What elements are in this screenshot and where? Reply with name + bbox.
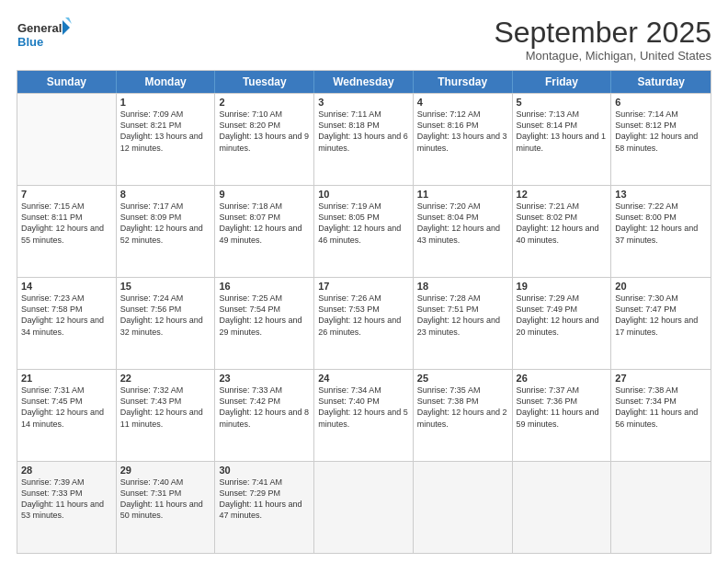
cell-info-line: Sunset: 7:42 PM: [219, 396, 310, 407]
cell-info-line: Sunrise: 7:35 AM: [417, 385, 508, 396]
day-number: 24: [318, 373, 409, 384]
cell-info-line: Sunrise: 7:14 AM: [615, 109, 707, 120]
cell-info-line: Daylight: 12 hours and 58 minutes.: [615, 131, 707, 153]
cell-info-line: Daylight: 12 hours and 11 minutes.: [120, 407, 211, 429]
day-number: 11: [417, 189, 508, 200]
calendar-cell: [414, 462, 513, 553]
calendar-cell: [314, 462, 414, 553]
cell-info-line: Sunset: 7:56 PM: [120, 304, 211, 315]
calendar-week-3: 21Sunrise: 7:31 AMSunset: 7:45 PMDayligh…: [17, 369, 711, 461]
calendar-cell: 21Sunrise: 7:31 AMSunset: 7:45 PMDayligh…: [17, 370, 117, 461]
day-number: 16: [219, 281, 310, 292]
cell-info-line: Sunset: 7:34 PM: [615, 396, 707, 407]
cell-info-line: Sunset: 7:53 PM: [318, 304, 409, 315]
calendar-week-2: 14Sunrise: 7:23 AMSunset: 7:58 PMDayligh…: [17, 277, 711, 369]
title-block: September 2025 Montague, Michigan, Unite…: [494, 17, 711, 63]
cell-info-line: Sunset: 8:02 PM: [517, 212, 608, 223]
day-number: 15: [120, 281, 211, 292]
cell-info-line: Sunset: 8:16 PM: [417, 120, 508, 131]
cell-info-line: Sunset: 7:40 PM: [318, 396, 409, 407]
cell-info-line: Sunrise: 7:19 AM: [318, 201, 409, 212]
cell-info-line: Sunrise: 7:22 AM: [615, 201, 707, 212]
cell-info-line: Daylight: 11 hours and 59 minutes.: [517, 407, 608, 429]
calendar-cell: [513, 462, 612, 553]
cell-info-line: Daylight: 12 hours and 40 minutes.: [517, 223, 608, 245]
cell-info-line: Sunrise: 7:09 AM: [120, 109, 211, 120]
calendar-cell: 24Sunrise: 7:34 AMSunset: 7:40 PMDayligh…: [314, 370, 414, 461]
header-day-sunday: Sunday: [17, 71, 117, 93]
cell-info-line: Sunrise: 7:38 AM: [615, 385, 707, 396]
day-number: 2: [219, 97, 310, 108]
cell-info-line: Sunset: 7:43 PM: [120, 396, 211, 407]
day-number: 14: [21, 281, 112, 292]
day-number: 28: [21, 465, 112, 476]
cell-info-line: Daylight: 11 hours and 53 minutes.: [21, 499, 112, 521]
calendar-cell: 30Sunrise: 7:41 AMSunset: 7:29 PMDayligh…: [215, 462, 314, 553]
cell-info-line: Sunrise: 7:11 AM: [318, 109, 409, 120]
cell-info-line: Daylight: 13 hours and 3 minutes.: [417, 131, 508, 153]
calendar-cell: 17Sunrise: 7:26 AMSunset: 7:53 PMDayligh…: [314, 278, 414, 369]
cell-info-line: Daylight: 12 hours and 20 minutes.: [517, 315, 608, 337]
cell-info-line: Daylight: 12 hours and 17 minutes.: [615, 315, 707, 337]
day-number: 23: [219, 373, 310, 384]
calendar: SundayMondayTuesdayWednesdayThursdayFrid…: [17, 70, 711, 554]
calendar-cell: [17, 94, 117, 185]
day-number: 25: [417, 373, 508, 384]
svg-text:Blue: Blue: [17, 35, 43, 49]
cell-info-line: Sunrise: 7:31 AM: [21, 385, 112, 396]
location: Montague, Michigan, United States: [494, 49, 711, 63]
cell-info-line: Daylight: 12 hours and 46 minutes.: [318, 223, 409, 245]
cell-info-line: Sunset: 8:04 PM: [417, 212, 508, 223]
header-day-thursday: Thursday: [414, 71, 513, 93]
cell-info-line: Sunrise: 7:37 AM: [517, 385, 608, 396]
calendar-cell: 26Sunrise: 7:37 AMSunset: 7:36 PMDayligh…: [513, 370, 612, 461]
cell-info-line: Sunset: 8:20 PM: [219, 120, 310, 131]
cell-info-line: Sunrise: 7:28 AM: [417, 293, 508, 304]
cell-info-line: Sunset: 7:38 PM: [417, 396, 508, 407]
cell-info-line: Daylight: 12 hours and 55 minutes.: [21, 223, 112, 245]
cell-info-line: Sunset: 8:11 PM: [21, 212, 112, 223]
calendar-cell: 8Sunrise: 7:17 AMSunset: 8:09 PMDaylight…: [117, 186, 216, 277]
cell-info-line: Sunset: 7:47 PM: [615, 304, 707, 315]
day-number: 8: [120, 189, 211, 200]
cell-info-line: Sunset: 7:49 PM: [517, 304, 608, 315]
day-number: 19: [517, 281, 608, 292]
calendar-cell: 2Sunrise: 7:10 AMSunset: 8:20 PMDaylight…: [215, 94, 314, 185]
cell-info-line: Daylight: 12 hours and 5 minutes.: [318, 407, 409, 429]
calendar-cell: 1Sunrise: 7:09 AMSunset: 8:21 PMDaylight…: [117, 94, 216, 185]
cell-info-line: Sunrise: 7:39 AM: [21, 477, 112, 488]
cell-info-line: Sunset: 7:45 PM: [21, 396, 112, 407]
header-day-friday: Friday: [513, 71, 612, 93]
day-number: 3: [318, 97, 409, 108]
cell-info-line: Sunset: 8:05 PM: [318, 212, 409, 223]
cell-info-line: Daylight: 11 hours and 47 minutes.: [219, 499, 310, 521]
cell-info-line: Sunrise: 7:25 AM: [219, 293, 310, 304]
cell-info-line: Sunrise: 7:23 AM: [21, 293, 112, 304]
cell-info-line: Sunrise: 7:32 AM: [120, 385, 211, 396]
cell-info-line: Sunrise: 7:21 AM: [517, 201, 608, 212]
day-number: 20: [615, 281, 707, 292]
header-day-tuesday: Tuesday: [215, 71, 314, 93]
svg-marker-3: [65, 17, 72, 24]
day-number: 17: [318, 281, 409, 292]
cell-info-line: Sunrise: 7:13 AM: [517, 109, 608, 120]
cell-info-line: Daylight: 12 hours and 2 minutes.: [417, 407, 508, 429]
day-number: 26: [517, 373, 608, 384]
cell-info-line: Sunset: 7:33 PM: [21, 488, 112, 499]
calendar-cell: 3Sunrise: 7:11 AMSunset: 8:18 PMDaylight…: [314, 94, 414, 185]
calendar-week-4: 28Sunrise: 7:39 AMSunset: 7:33 PMDayligh…: [17, 461, 711, 553]
cell-info-line: Sunrise: 7:26 AM: [318, 293, 409, 304]
calendar-cell: 6Sunrise: 7:14 AMSunset: 8:12 PMDaylight…: [611, 94, 711, 185]
cell-info-line: Sunrise: 7:30 AM: [615, 293, 707, 304]
calendar-cell: 22Sunrise: 7:32 AMSunset: 7:43 PMDayligh…: [117, 370, 216, 461]
day-number: 4: [417, 97, 508, 108]
logo: General Blue: [17, 17, 72, 53]
cell-info-line: Sunrise: 7:17 AM: [120, 201, 211, 212]
cell-info-line: Sunrise: 7:29 AM: [517, 293, 608, 304]
cell-info-line: Daylight: 13 hours and 6 minutes.: [318, 131, 409, 153]
header-day-wednesday: Wednesday: [314, 71, 414, 93]
cell-info-line: Daylight: 13 hours and 9 minutes.: [219, 131, 310, 153]
day-number: 27: [615, 373, 707, 384]
calendar-body: 1Sunrise: 7:09 AMSunset: 8:21 PMDaylight…: [17, 93, 711, 553]
calendar-cell: 7Sunrise: 7:15 AMSunset: 8:11 PMDaylight…: [17, 186, 117, 277]
